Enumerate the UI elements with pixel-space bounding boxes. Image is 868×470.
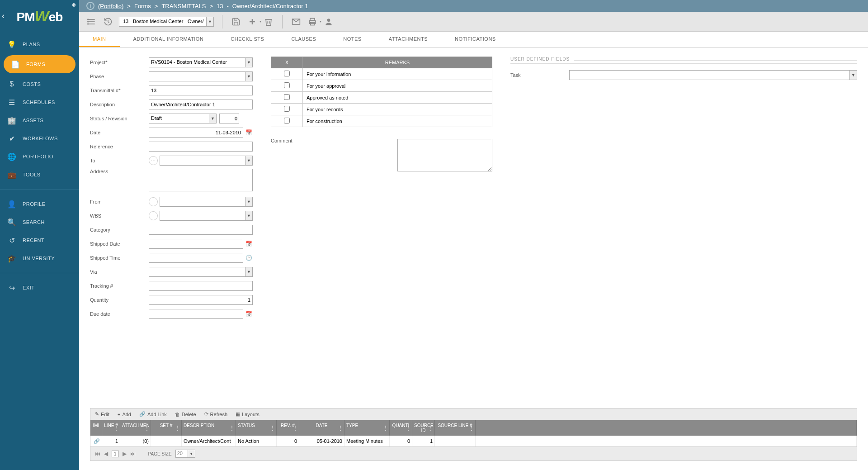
category-input[interactable] bbox=[149, 225, 253, 235]
save-icon[interactable] bbox=[231, 16, 241, 27]
grid-header-description[interactable]: DESCRIPTION⋮ bbox=[182, 420, 236, 436]
sidebar-item-plans[interactable]: 💡PLANS bbox=[0, 35, 79, 53]
page-size-select[interactable]: 20▼ bbox=[175, 450, 195, 458]
sidebar-item-search[interactable]: 🔍SEARCH bbox=[0, 213, 79, 231]
sidebar-item-label: PROFILE bbox=[23, 201, 46, 207]
task-select[interactable]: ▼ bbox=[569, 70, 857, 80]
email-icon[interactable] bbox=[291, 16, 302, 27]
shipped-date-input[interactable] bbox=[149, 239, 243, 249]
to-picker-button[interactable]: ⋯ bbox=[149, 156, 158, 165]
pager-last[interactable]: ⏭ bbox=[130, 451, 136, 457]
breadcrumb-portfolio[interactable]: (Portfolio) bbox=[98, 3, 123, 9]
breadcrumb-forms[interactable]: Forms bbox=[134, 3, 151, 9]
remarks-checkbox[interactable] bbox=[284, 106, 290, 112]
grid-header-img[interactable]: IMI bbox=[90, 420, 102, 436]
calendar-icon[interactable]: 📅 bbox=[245, 240, 253, 248]
via-select[interactable]: ▼ bbox=[149, 267, 253, 277]
grid-header-attachments[interactable]: ATTACHMEN⋮ bbox=[120, 420, 151, 436]
remarks-checkbox[interactable] bbox=[284, 82, 290, 88]
due-date-input[interactable] bbox=[149, 309, 243, 319]
dollar-icon: $ bbox=[7, 80, 16, 89]
sidebar-item-schedules[interactable]: ☰SCHEDULES bbox=[0, 93, 79, 111]
history-icon[interactable] bbox=[103, 16, 113, 27]
pager-next[interactable]: ▶ bbox=[123, 451, 127, 457]
print-icon[interactable]: ▾ bbox=[307, 16, 318, 27]
sidebar-item-recent[interactable]: ↺RECENT bbox=[0, 231, 79, 249]
collapse-icon[interactable]: ‹ bbox=[2, 11, 5, 21]
grid-header-sourceline[interactable]: SOURCE LINE #⋮ bbox=[435, 420, 476, 436]
grid-edit-button[interactable]: ✎ Edit bbox=[95, 411, 109, 417]
add-icon[interactable]: ▾ bbox=[247, 16, 258, 27]
briefcase-icon: 💼 bbox=[7, 170, 16, 179]
to-select[interactable]: ▼ bbox=[160, 156, 253, 166]
tab-checklists[interactable]: CHECKLISTS bbox=[217, 32, 278, 47]
revision-input[interactable] bbox=[219, 114, 239, 123]
sidebar-item-profile[interactable]: 👤PROFILE bbox=[0, 195, 79, 213]
grid-header-sourceid[interactable]: SOURCE ID⋮ bbox=[412, 420, 435, 436]
sidebar-item-tools[interactable]: 💼TOOLS bbox=[0, 166, 79, 184]
description-input[interactable] bbox=[149, 100, 253, 109]
tab-attachments[interactable]: ATTACHMENTS bbox=[375, 32, 441, 47]
reference-input[interactable] bbox=[149, 142, 253, 152]
remarks-text: For your records bbox=[303, 104, 492, 115]
comment-input[interactable] bbox=[397, 139, 492, 171]
grid-header-date[interactable]: DATE⋮ bbox=[299, 420, 344, 436]
sidebar-item-costs[interactable]: $COSTS bbox=[0, 75, 79, 93]
sidebar-item-label: COSTS bbox=[23, 81, 41, 87]
delete-icon[interactable] bbox=[263, 16, 274, 27]
grid-header-line[interactable]: LINE #⋮ bbox=[102, 420, 120, 436]
project-select[interactable]: RVS0104 - Boston Medical Center▼ bbox=[149, 57, 253, 67]
shipped-time-input[interactable] bbox=[149, 253, 243, 263]
remarks-row: For your information bbox=[271, 68, 492, 80]
tab-additional-information[interactable]: ADDITIONAL INFORMATION bbox=[120, 32, 217, 47]
grid-refresh-button[interactable]: ⟳ Refresh bbox=[204, 411, 228, 417]
grid-layouts-button[interactable]: ▦ Layouts bbox=[236, 411, 259, 417]
from-picker-button[interactable]: ⋯ bbox=[149, 197, 158, 206]
wbs-select[interactable]: ▼ bbox=[160, 211, 253, 221]
quantity-input[interactable] bbox=[149, 295, 253, 305]
pager-first[interactable]: ⏮ bbox=[95, 451, 100, 457]
remarks-checkbox[interactable] bbox=[284, 118, 290, 123]
remarks-checkbox[interactable] bbox=[284, 94, 290, 100]
sidebar-item-forms[interactable]: 📄FORMS bbox=[4, 55, 75, 73]
sidebar-item-portfolio[interactable]: 🌐PORTFOLIO bbox=[0, 147, 79, 166]
grid-header-type[interactable]: TYPE⋮ bbox=[344, 420, 390, 436]
wbs-picker-button[interactable]: ⋯ bbox=[149, 211, 158, 220]
list-icon[interactable] bbox=[86, 16, 97, 27]
date-input[interactable] bbox=[149, 128, 243, 138]
tab-notes[interactable]: NOTES bbox=[330, 32, 375, 47]
grid-header-status[interactable]: STATUS⋮ bbox=[236, 420, 277, 436]
tab-clauses[interactable]: CLAUSES bbox=[278, 32, 330, 47]
address-input[interactable] bbox=[149, 169, 253, 191]
from-select[interactable]: ▼ bbox=[160, 197, 253, 207]
calendar-icon[interactable]: 📅 bbox=[245, 128, 253, 137]
tab-main[interactable]: MAIN bbox=[79, 32, 120, 47]
pager-prev[interactable]: ◀ bbox=[104, 451, 108, 457]
status-select[interactable]: Draft▼ bbox=[149, 114, 217, 123]
link-icon: 🔗 bbox=[94, 438, 100, 444]
calendar-icon[interactable]: 📅 bbox=[245, 310, 253, 318]
grid-header-set[interactable]: SET #⋮ bbox=[151, 420, 182, 436]
grid-delete-button[interactable]: 🗑 Delete bbox=[175, 411, 196, 417]
grid-addlink-button[interactable]: 🔗 Add Link bbox=[139, 411, 167, 417]
sidebar-item-workflows[interactable]: ✔WORKFLOWS bbox=[0, 129, 79, 147]
sidebar-item-university[interactable]: 🎓UNIVERSITY bbox=[0, 249, 79, 267]
grid-add-button[interactable]: + Add bbox=[118, 411, 131, 417]
grid-header-rev[interactable]: REV. #⋮ bbox=[277, 420, 299, 436]
grid-header-quantity[interactable]: QUANTI⋮ bbox=[390, 420, 412, 436]
clock-icon[interactable]: 🕒 bbox=[245, 254, 253, 262]
remarks-checkbox[interactable] bbox=[284, 71, 290, 76]
transmittal-input[interactable] bbox=[149, 85, 253, 95]
record-selector[interactable]: 13 - Boston Medical Center - Owner/ ▼ bbox=[119, 17, 214, 27]
person-icon: 👤 bbox=[7, 199, 16, 209]
sidebar-item-assets[interactable]: 🏢ASSETS bbox=[0, 111, 79, 129]
tab-notifications[interactable]: NOTIFICATIONS bbox=[441, 32, 509, 47]
tracking-input[interactable] bbox=[149, 281, 253, 291]
breadcrumb-transmittals[interactable]: TRANSMITTALS bbox=[161, 3, 206, 9]
info-icon[interactable]: i bbox=[86, 2, 94, 10]
grid-row[interactable]: 🔗 1 (0) Owner/Architect/Cont No Action 0… bbox=[90, 436, 857, 446]
person-icon[interactable] bbox=[323, 16, 334, 27]
sidebar-item-exit[interactable]: ↪EXIT bbox=[0, 279, 79, 297]
pager-page[interactable]: 1 bbox=[112, 451, 119, 457]
phase-select[interactable]: ▼ bbox=[149, 71, 253, 81]
